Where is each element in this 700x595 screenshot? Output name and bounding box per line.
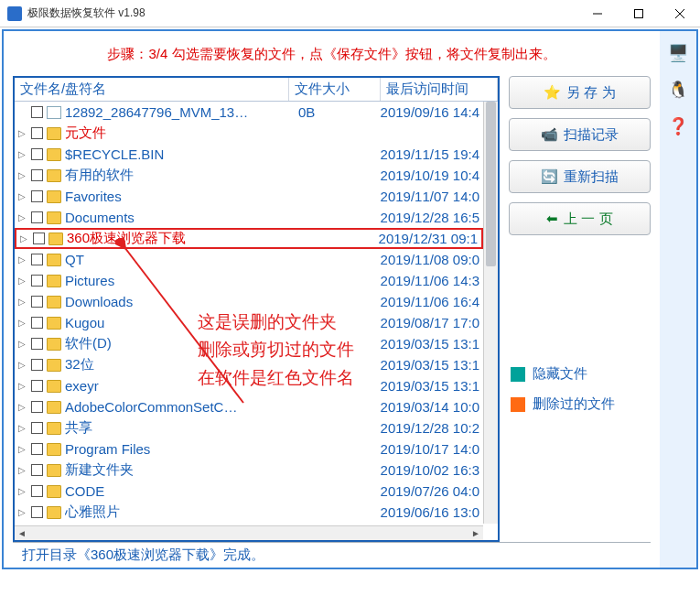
table-header: 文件名/盘符名 文件大小 最后访问时间 bbox=[15, 78, 498, 102]
table-row[interactable]: 12892_28647796_MVM_13…0B2019/09/16 14:4 bbox=[15, 102, 483, 123]
row-checkbox[interactable] bbox=[31, 443, 43, 455]
col-date[interactable]: 最后访问时间 bbox=[381, 78, 498, 101]
row-checkbox[interactable] bbox=[31, 190, 43, 202]
folder-icon bbox=[47, 485, 61, 498]
table-row[interactable]: ▷32位2019/03/15 13:1 bbox=[15, 354, 483, 375]
expand-caret[interactable]: ▷ bbox=[16, 486, 27, 496]
row-checkbox[interactable] bbox=[31, 275, 43, 287]
prev-page-button[interactable]: ⬅ 上 一 页 bbox=[509, 202, 651, 235]
expand-caret[interactable]: ▷ bbox=[16, 360, 27, 370]
expand-caret[interactable]: ▷ bbox=[16, 170, 27, 180]
table-row[interactable]: ▷软件(D)2019/03/15 13:1 bbox=[15, 333, 483, 354]
row-checkbox[interactable] bbox=[31, 296, 43, 308]
dock-qq-icon[interactable]: 🐧 bbox=[665, 77, 691, 103]
table-row[interactable]: ▷Kugou2019/08/17 17:0 bbox=[15, 312, 483, 333]
file-name: 12892_28647796_MVM_13… bbox=[65, 104, 298, 120]
expand-caret[interactable]: ▷ bbox=[16, 128, 27, 138]
table-row[interactable]: ▷Pictures2019/11/06 14:3 bbox=[15, 270, 483, 291]
row-checkbox[interactable] bbox=[31, 106, 43, 118]
expand-caret[interactable]: ▷ bbox=[16, 318, 27, 328]
folder-icon bbox=[47, 254, 61, 266]
dock-help-icon[interactable]: ❓ bbox=[665, 114, 691, 139]
table-row[interactable]: ▷Program Files2019/10/17 14:0 bbox=[15, 438, 483, 460]
pane-wrap: 文件名/盘符名 文件大小 最后访问时间 12892_28647796_MVM_1… bbox=[13, 76, 651, 542]
hscroll-left[interactable]: ◄ bbox=[15, 528, 29, 538]
arrow-left-icon: ⬅ bbox=[546, 211, 558, 227]
row-checkbox[interactable] bbox=[31, 506, 43, 518]
file-name: 360极速浏览器下载 bbox=[67, 230, 296, 247]
file-name: Kugou bbox=[65, 315, 298, 330]
col-name[interactable]: 文件名/盘符名 bbox=[15, 78, 289, 101]
file-name: 心雅照片 bbox=[65, 503, 298, 521]
row-checkbox[interactable] bbox=[31, 148, 43, 160]
col-size[interactable]: 文件大小 bbox=[289, 78, 381, 101]
folder-icon bbox=[47, 401, 61, 414]
expand-caret[interactable]: ▷ bbox=[16, 381, 27, 391]
row-checkbox[interactable] bbox=[31, 485, 43, 497]
table-row[interactable]: ▷心雅照片2019/06/16 13:0 bbox=[15, 502, 483, 523]
row-checkbox[interactable] bbox=[31, 254, 43, 265]
expand-caret[interactable]: ▷ bbox=[16, 276, 27, 286]
table-body: 12892_28647796_MVM_13…0B2019/09/16 14:4▷… bbox=[15, 102, 483, 524]
expand-caret[interactable]: ▷ bbox=[16, 423, 27, 433]
row-checkbox[interactable] bbox=[31, 422, 43, 434]
expand-caret[interactable]: ▷ bbox=[16, 297, 27, 307]
table-row[interactable]: ▷exeyr2019/03/15 13:1 bbox=[15, 375, 483, 396]
file-date: 2019/12/28 10:2 bbox=[362, 420, 481, 436]
table-row[interactable]: ▷AdobeColorCommonSetC…2019/03/14 10:0 bbox=[15, 396, 483, 417]
table-row[interactable]: ▷元文件 bbox=[15, 123, 483, 144]
table-row[interactable]: ▷共享2019/12/28 10:2 bbox=[15, 417, 483, 438]
file-date: 2019/03/15 13:1 bbox=[362, 336, 481, 352]
row-checkbox[interactable] bbox=[31, 317, 43, 329]
row-checkbox[interactable] bbox=[31, 211, 43, 223]
expand-caret[interactable]: ▷ bbox=[16, 339, 27, 349]
expand-caret[interactable]: ▷ bbox=[16, 149, 27, 159]
vertical-scrollbar[interactable] bbox=[483, 102, 498, 524]
expand-caret[interactable]: ▷ bbox=[16, 212, 27, 222]
table-row[interactable]: ▷新建文件夹2019/10/02 16:3 bbox=[15, 460, 483, 481]
vscroll-thumb[interactable] bbox=[486, 102, 496, 266]
expand-caret[interactable]: ▷ bbox=[16, 402, 27, 412]
table-row[interactable]: ▷Documents2019/12/28 16:5 bbox=[15, 207, 483, 228]
folder-icon bbox=[47, 464, 61, 477]
expand-caret[interactable]: ▷ bbox=[16, 254, 27, 265]
row-checkbox[interactable] bbox=[31, 338, 43, 350]
expand-caret[interactable]: ▷ bbox=[16, 444, 27, 454]
row-checkbox[interactable] bbox=[31, 464, 43, 476]
expand-caret[interactable]: ▷ bbox=[16, 507, 27, 517]
row-checkbox[interactable] bbox=[33, 233, 45, 244]
horizontal-scrollbar[interactable]: ◄ ► bbox=[15, 525, 483, 540]
hscroll-right[interactable]: ► bbox=[468, 528, 483, 538]
expand-caret[interactable]: ▷ bbox=[16, 465, 27, 475]
row-checkbox[interactable] bbox=[31, 380, 43, 392]
scan-log-button[interactable]: 📹 扫描记录 bbox=[509, 118, 651, 151]
row-checkbox[interactable] bbox=[31, 359, 43, 371]
dock-icon-1[interactable]: 🖥️ bbox=[665, 40, 691, 66]
expand-caret[interactable]: ▷ bbox=[16, 191, 27, 201]
app-icon bbox=[7, 6, 22, 21]
file-name: $RECYCLE.BIN bbox=[65, 146, 298, 162]
rescan-button[interactable]: 🔄 重新扫描 bbox=[509, 160, 651, 193]
maximize-button[interactable] bbox=[618, 0, 659, 27]
window-controls bbox=[576, 0, 700, 27]
table-row[interactable]: ▷CODE2019/07/26 04:0 bbox=[15, 481, 483, 502]
row-checkbox[interactable] bbox=[31, 401, 43, 413]
table-row[interactable]: ▷Downloads2019/11/06 16:4 bbox=[15, 291, 483, 312]
folder-icon bbox=[47, 211, 61, 224]
main-panel: 步骤：3/4 勾选需要恢复的文件，点《保存文件》按钮，将文件复制出来。 文件名/… bbox=[2, 29, 698, 569]
legend-hidden-swatch bbox=[511, 367, 525, 382]
row-checkbox[interactable] bbox=[31, 127, 43, 139]
table-row[interactable]: ▷$RECYCLE.BIN2019/11/15 19:4 bbox=[15, 144, 483, 165]
file-name: 32位 bbox=[65, 356, 298, 373]
row-checkbox[interactable] bbox=[31, 169, 43, 181]
minimize-button[interactable] bbox=[576, 0, 618, 27]
table-row[interactable]: ▷Favorites2019/11/07 14:0 bbox=[15, 186, 483, 207]
titlebar: 极限数据恢复软件 v1.98 bbox=[0, 0, 700, 27]
expand-caret[interactable]: ▷ bbox=[18, 233, 29, 243]
table-row[interactable]: ▷QT2019/11/08 09:0 bbox=[15, 249, 483, 270]
table-row[interactable]: ▷有用的软件2019/10/19 10:4 bbox=[15, 165, 483, 186]
folder-icon bbox=[47, 169, 61, 182]
close-button[interactable] bbox=[659, 0, 700, 27]
save-button[interactable]: ⭐ 另 存 为 bbox=[509, 76, 651, 109]
table-row[interactable]: ▷360极速浏览器下载2019/12/31 09:1 bbox=[15, 228, 483, 249]
